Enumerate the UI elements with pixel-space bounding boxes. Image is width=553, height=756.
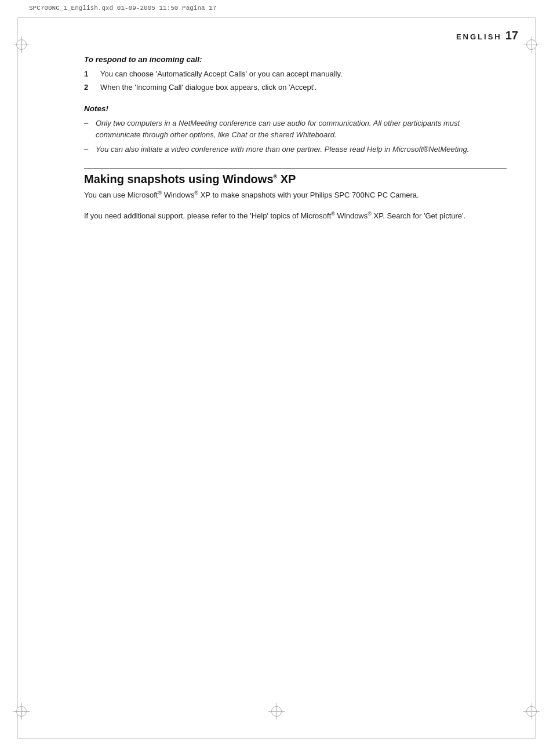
page-number: 17: [505, 29, 518, 42]
list-num-2: 2: [84, 82, 92, 93]
snapshots-heading-part1: Making snapshots using Windows® XP: [84, 172, 296, 186]
page-header: SPC700NC_1_English.qxd 01-09-2005 11:50 …: [29, 5, 524, 12]
snapshots-heading: Making snapshots using Windows® XP: [84, 172, 507, 186]
reg-mark-bottom-left: [16, 706, 27, 717]
notes-text-1: Only two computers in a NetMeeting confe…: [96, 118, 507, 140]
incoming-call-list: 1 You can choose 'Automatically Accept C…: [84, 68, 507, 93]
page-number-area: ENGLISH 17: [456, 29, 518, 42]
list-item: 2 When the 'Incoming Call' dialogue box …: [84, 82, 507, 93]
section-notes: Notes! – Only two computers in a NetMeet…: [84, 104, 507, 155]
page-container: SPC700NC_1_English.qxd 01-09-2005 11:50 …: [0, 0, 553, 756]
incoming-call-title: To respond to an incoming call:: [84, 55, 507, 64]
notes-item-1: – Only two computers in a NetMeeting con…: [84, 118, 507, 140]
reg-mark-bottom-center: [271, 706, 282, 717]
list-text-1: You can choose 'Automatically Accept Cal…: [100, 68, 343, 80]
border-left: [17, 17, 18, 739]
border-right: [535, 17, 536, 739]
snapshots-body1: You can use Microsoft® Windows® XP to ma…: [84, 189, 507, 201]
notes-title: Notes!: [84, 104, 507, 113]
section-snapshots: Making snapshots using Windows® XP You c…: [84, 172, 507, 222]
reg-mark-top-left: [16, 39, 27, 50]
notes-text-2: You can also initiate a video conference…: [96, 144, 469, 155]
border-top: [17, 17, 536, 18]
list-num-1: 1: [84, 68, 92, 80]
notes-list: – Only two computers in a NetMeeting con…: [84, 118, 507, 155]
section-divider: [84, 168, 507, 169]
list-text-2: When the 'Incoming Call' dialogue box ap…: [100, 82, 316, 93]
language-label: ENGLISH: [456, 32, 502, 41]
snapshots-body2: If you need additional support, please r…: [84, 210, 507, 222]
notes-item-2: – You can also initiate a video conferen…: [84, 144, 507, 155]
reg-mark-bottom-right: [526, 706, 537, 717]
section-incoming-call: To respond to an incoming call: 1 You ca…: [84, 55, 507, 93]
main-content: To respond to an incoming call: 1 You ca…: [84, 55, 507, 231]
file-info: SPC700NC_1_English.qxd 01-09-2005 11:50 …: [29, 5, 216, 12]
dash-1: –: [84, 118, 90, 140]
list-item: 1 You can choose 'Automatically Accept C…: [84, 68, 507, 80]
dash-2: –: [84, 144, 90, 155]
reg-mark-top-right: [526, 39, 537, 50]
border-bottom: [17, 738, 536, 739]
